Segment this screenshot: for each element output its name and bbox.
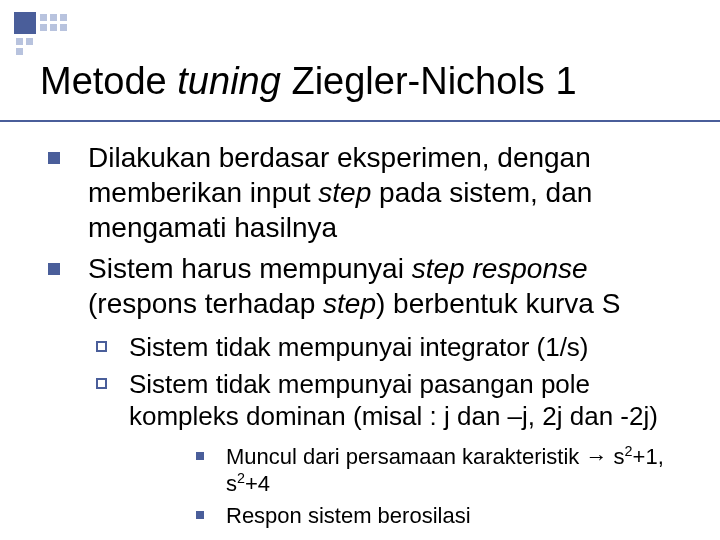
title-italic: tuning (177, 60, 281, 102)
deco-square-small (50, 24, 57, 31)
deco-square-small (40, 14, 47, 21)
small-square-bullet-icon (196, 452, 204, 460)
deco-square-small (60, 24, 67, 31)
deco-square-small (40, 24, 47, 31)
subsub-bullet-group: Muncul dari persamaan karakteristik → s2… (196, 443, 680, 530)
bullet-level2: Sistem tidak mempunyai integrator (1/s) (96, 331, 680, 364)
bullet-level1: Sistem harus mempunyai step response (re… (48, 251, 680, 321)
deco-square-small (60, 14, 67, 21)
title-underline (0, 120, 720, 122)
square-bullet-icon (48, 152, 60, 164)
bullet-text: Respon sistem berosilasi (226, 502, 471, 530)
bullet-text: Sistem harus mempunyai step response (re… (88, 251, 680, 321)
title-part2: Ziegler-Nichols 1 (281, 60, 577, 102)
small-square-bullet-icon (196, 511, 204, 519)
slide-body: Dilakukan berdasar eksperimen, dengan me… (48, 140, 680, 533)
square-bullet-icon (48, 263, 60, 275)
slide-title: Metode tuning Ziegler-Nichols 1 (40, 60, 577, 103)
deco-square-small (16, 38, 23, 45)
bullet-text: Muncul dari persamaan karakteristik → s2… (226, 443, 680, 498)
deco-square-small (16, 48, 23, 55)
deco-square-small (50, 14, 57, 21)
bullet-level3: Respon sistem berosilasi (196, 502, 680, 530)
deco-square-small (26, 38, 33, 45)
hollow-square-bullet-icon (96, 341, 107, 352)
slide: Metode tuning Ziegler-Nichols 1 Dilakuka… (0, 0, 720, 540)
bullet-level3: Muncul dari persamaan karakteristik → s2… (196, 443, 680, 498)
title-part1: Metode (40, 60, 177, 102)
bullet-text: Sistem tidak mempunyai integrator (1/s) (129, 331, 589, 364)
bullet-text: Dilakukan berdasar eksperimen, dengan me… (88, 140, 680, 245)
bullet-level1: Dilakukan berdasar eksperimen, dengan me… (48, 140, 680, 245)
hollow-square-bullet-icon (96, 378, 107, 389)
sub-bullet-group: Sistem tidak mempunyai integrator (1/s) … (96, 331, 680, 529)
bullet-text: Sistem tidak mempunyai pasangan pole kom… (129, 368, 680, 433)
deco-square-large (14, 12, 36, 34)
bullet-level2: Sistem tidak mempunyai pasangan pole kom… (96, 368, 680, 433)
